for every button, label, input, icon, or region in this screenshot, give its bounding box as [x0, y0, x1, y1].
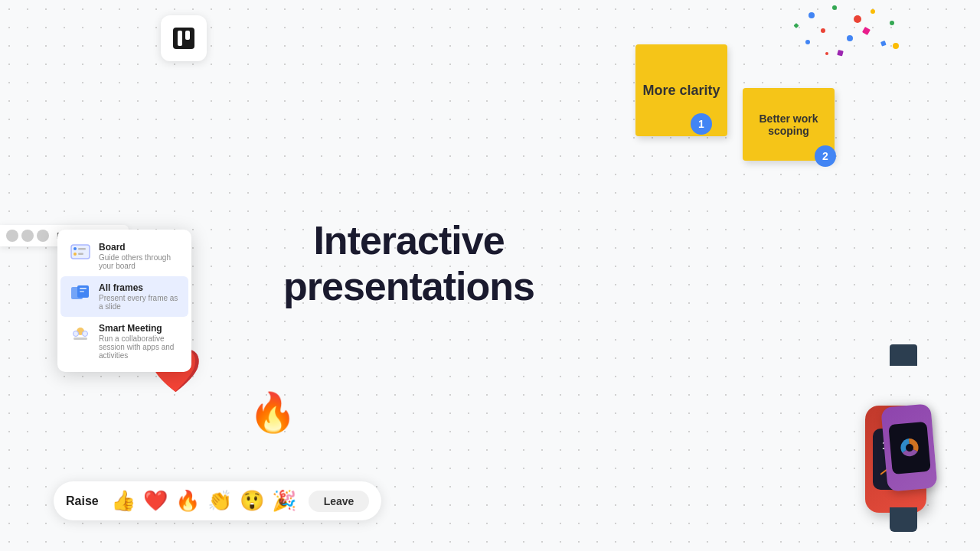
watch-band-bottom	[890, 507, 917, 532]
svg-rect-25	[80, 291, 84, 292]
board-menu-title: Board	[99, 242, 179, 253]
svg-point-18	[74, 247, 77, 250]
svg-point-15	[825, 52, 828, 55]
svg-point-5	[854, 15, 861, 23]
badge-1: 1	[691, 113, 712, 135]
menu-item-board[interactable]: Board Guide others through your board	[60, 236, 188, 276]
board-menu-desc: Guide others through your board	[99, 253, 179, 270]
watch-band-top	[890, 344, 917, 366]
svg-point-14	[805, 40, 810, 44]
svg-rect-2	[185, 31, 190, 40]
emoji-party-button[interactable]: 🎉	[270, 487, 298, 514]
svg-rect-24	[80, 288, 87, 289]
svg-rect-16	[793, 23, 799, 28]
emoji-heart-button[interactable]: ❤️	[142, 487, 169, 514]
emoji-thumbsup-button[interactable]: 👍	[109, 487, 137, 514]
svg-rect-29	[74, 337, 87, 340]
watch-screen-secondary	[888, 421, 930, 474]
emoji-clap-button[interactable]: 👏	[206, 487, 234, 514]
svg-rect-10	[880, 41, 887, 47]
board-icon	[70, 242, 91, 263]
logo-container	[161, 15, 207, 61]
svg-point-7	[847, 35, 853, 41]
raise-label: Raise	[66, 494, 99, 508]
menu-item-all-frames[interactable]: All frames Present every frame as a slid…	[60, 276, 188, 317]
main-heading: Interactive presentations	[283, 218, 534, 310]
svg-rect-9	[862, 27, 871, 35]
svg-point-27	[74, 331, 79, 337]
logo-icon	[172, 26, 196, 51]
smart-meeting-icon	[70, 323, 91, 344]
smart-meeting-menu-title: Smart Meeting	[99, 323, 179, 334]
smartwatch-decoration: 18:56 5G	[827, 360, 934, 513]
toolbar-dot-1	[6, 230, 18, 242]
all-frames-menu-desc: Present every frame as a slide	[99, 294, 179, 311]
smart-meeting-menu-desc: Run a collaborative session with apps an…	[99, 334, 179, 360]
floating-fire-emoji: 🔥	[249, 390, 296, 435]
all-frames-icon	[70, 282, 91, 304]
svg-point-11	[890, 21, 894, 25]
svg-rect-20	[78, 248, 86, 250]
sticky-note-1: More clarity	[635, 44, 727, 136]
svg-point-6	[871, 9, 875, 14]
emoji-fire-button[interactable]: 🔥	[174, 487, 201, 514]
menu-item-smart-meeting[interactable]: Smart Meeting Run a collaborative sessio…	[60, 317, 188, 366]
all-frames-menu-title: All frames	[99, 282, 179, 293]
leave-button[interactable]: Leave	[309, 491, 370, 512]
svg-point-19	[74, 253, 77, 256]
svg-rect-17	[71, 245, 90, 259]
svg-rect-1	[178, 31, 182, 46]
svg-rect-0	[173, 28, 194, 49]
svg-point-3	[808, 12, 815, 18]
watch-chart-secondary	[894, 432, 924, 462]
reaction-bar: Raise 👍 ❤️ 🔥 👏 😲 🎉 Leave	[54, 481, 381, 520]
svg-point-28	[83, 331, 88, 337]
toolbar-dot-3	[37, 230, 49, 242]
watch-body-secondary	[880, 403, 937, 491]
svg-point-4	[832, 5, 837, 10]
svg-point-8	[821, 28, 825, 33]
badge-2: 2	[815, 145, 836, 167]
present-dropdown: Board Guide others through your board Al…	[57, 230, 191, 372]
svg-rect-21	[78, 253, 83, 256]
svg-point-12	[893, 43, 899, 49]
emoji-wow-button[interactable]: 😲	[238, 487, 266, 514]
svg-rect-13	[837, 50, 844, 57]
toolbar-dot-2	[21, 230, 34, 242]
